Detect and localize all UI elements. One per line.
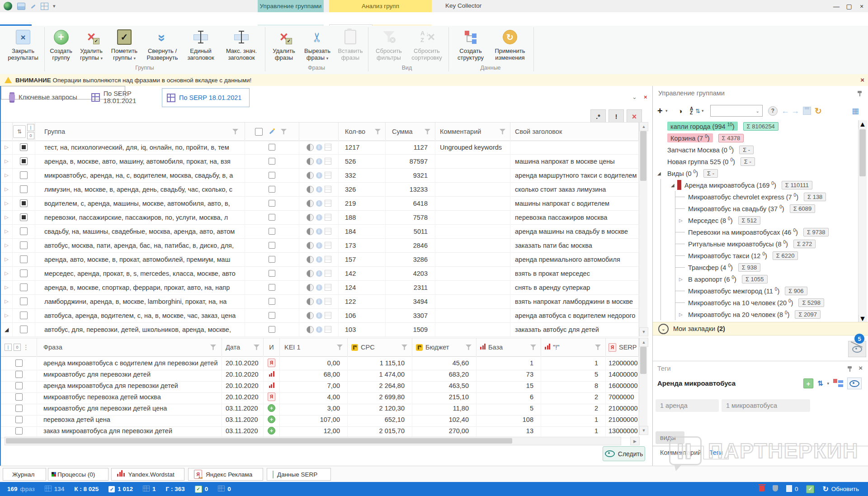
info-icon[interactable]: i xyxy=(316,256,322,263)
ribbon-button-13[interactable]: ↻ Применить изменения xyxy=(490,28,530,61)
info-icon[interactable]: i xyxy=(316,144,322,151)
trash-icon[interactable] xyxy=(759,486,764,493)
half-circle-icon[interactable] xyxy=(307,312,314,319)
filter-icon[interactable] xyxy=(425,129,430,134)
pin-icon[interactable] xyxy=(847,366,853,372)
sort-az-icon[interactable]: AZ xyxy=(690,107,693,115)
tree-item[interactable]: Ритуальные микроавтобусы (8 0) Σ 272 xyxy=(653,238,857,250)
tree-item[interactable]: Микроавтобус межгород (11 0) Σ 906 xyxy=(653,285,857,297)
select-all-checkbox[interactable] xyxy=(255,128,263,136)
group-row[interactable]: ▷ тест, на, психологический, для, iq, он… xyxy=(1,140,639,155)
row-expander-icon[interactable]: ▷ xyxy=(5,228,8,234)
row-select-checkbox[interactable] xyxy=(269,200,275,207)
row-select-checkbox[interactable] xyxy=(269,326,275,333)
tree-item[interactable]: Аренда микроавтобуса (169 0) Σ 110111 xyxy=(653,179,857,191)
note-icon[interactable] xyxy=(325,312,331,319)
tree-item-label[interactable]: Микроавтобус на 20 человек (8 0) xyxy=(688,310,789,318)
filter-icon[interactable] xyxy=(337,345,343,350)
column-header-budget[interactable]: Бюджет xyxy=(425,344,463,351)
doc-tab-1[interactable]: По SERP 18.01.2021 xyxy=(87,88,169,106)
page-icon[interactable] xyxy=(786,485,792,493)
row-select-checkbox[interactable] xyxy=(269,256,275,263)
filter-icon[interactable] xyxy=(281,129,287,134)
column-header-count[interactable]: Кол-во xyxy=(339,128,375,135)
row-select-checkbox[interactable] xyxy=(269,214,275,221)
info-icon[interactable]: i xyxy=(316,326,322,333)
horizontal-scrollbar[interactable] xyxy=(5,437,621,445)
tree-item[interactable]: Мерседес (8 0) Σ 512 xyxy=(653,214,857,226)
note-icon[interactable] xyxy=(325,270,331,277)
filter-icon[interactable] xyxy=(254,345,259,350)
tree-item[interactable]: Перевозки на микроавтобусах (46 0) Σ 973… xyxy=(653,226,857,238)
row-mark-checkbox[interactable] xyxy=(20,255,28,263)
column-header-custom-title[interactable]: Свой заголовок xyxy=(510,128,562,135)
tree-item-label[interactable]: Перевозки на микроавтобусах (46 0) xyxy=(688,228,798,236)
tree-item[interactable]: Микроавтобус на 20 человек (8 0) Σ 2097 xyxy=(653,308,857,320)
toggle-one-icon[interactable]: | xyxy=(27,124,34,131)
tree-item-label[interactable]: Запчасти Москва (0 0) xyxy=(667,146,734,154)
row-select-checkbox[interactable] xyxy=(269,270,275,277)
note-icon[interactable] xyxy=(325,186,331,193)
column-header-source[interactable]: И xyxy=(264,338,280,356)
close-button[interactable]: × xyxy=(855,0,868,12)
row-expander-icon[interactable]: ▷ xyxy=(5,284,8,290)
ribbon-button-12[interactable]: Создать структуру xyxy=(453,28,488,61)
info-icon[interactable]: i xyxy=(316,200,322,207)
row-expanded-icon[interactable]: ◢ xyxy=(5,326,9,333)
tree-item-label[interactable]: Корзина (7 0) xyxy=(667,133,713,142)
tab-list-chevron-icon[interactable]: ⌄ xyxy=(632,94,637,100)
note-icon[interactable] xyxy=(325,298,331,305)
ribbon-button-8[interactable]: ✂ Вырезать фразы ▾ xyxy=(301,28,334,62)
tab-close-icon[interactable]: × xyxy=(644,94,647,100)
row-mark-checkbox[interactable] xyxy=(20,227,28,235)
hide-eye-button[interactable] xyxy=(848,341,866,357)
save-icon[interactable] xyxy=(803,107,811,115)
group-row[interactable]: ▷ лимузин, на, москве, в, аренда, день, … xyxy=(1,182,639,197)
column-header-kei[interactable]: KEI 1 xyxy=(280,344,337,351)
scroll-up-icon[interactable]: ▲ xyxy=(639,122,648,131)
group-row[interactable]: ▷ автобуса, аренда, водителем, с, на, в,… xyxy=(1,308,639,323)
status-right-4[interactable]: ↻Обновить xyxy=(822,485,859,493)
note-icon[interactable] xyxy=(325,284,331,291)
tag-chip[interactable]: 1 микроавтобуса xyxy=(722,399,810,412)
row-expander-icon[interactable]: ▷ xyxy=(5,298,8,304)
row-expander-icon[interactable]: ▷ xyxy=(5,144,8,150)
row-select-checkbox[interactable] xyxy=(269,172,275,179)
doc-tab-2[interactable]: По SERP 18.01.2021 xyxy=(162,88,250,107)
ribbon-button-1[interactable]: + Создать группу xyxy=(47,28,75,61)
tree-scrollbar[interactable]: ▲ ▼ xyxy=(858,120,867,323)
info-icon[interactable]: i xyxy=(316,242,322,249)
row-mark-checkbox[interactable] xyxy=(20,269,28,277)
row-checkbox[interactable] xyxy=(15,405,23,412)
row-checkbox[interactable] xyxy=(15,359,23,367)
scroll-up-icon[interactable]: ▲ xyxy=(859,120,867,128)
add-tag-icon[interactable]: + xyxy=(803,378,813,388)
scroll-down-icon[interactable]: ▼ xyxy=(639,327,648,336)
tree-item[interactable]: Запчасти Москва (0 0) Σ - xyxy=(653,144,857,156)
ribbon-button-5[interactable]: Единый заголовок xyxy=(184,28,218,61)
half-circle-icon[interactable] xyxy=(307,228,314,235)
group-row[interactable]: ▷ перевозки, пассажирские, пассажиров, п… xyxy=(1,210,639,225)
note-icon[interactable] xyxy=(325,144,331,151)
doc-tab-0[interactable]: Ключевые запросы xyxy=(5,88,91,106)
half-circle-icon[interactable] xyxy=(307,186,314,193)
qat-more-icon[interactable]: ▾ xyxy=(53,3,56,9)
grid-icon[interactable] xyxy=(41,3,48,10)
note-icon[interactable] xyxy=(325,242,331,249)
tree-item[interactable]: Корзина (7 0) Σ 4378 xyxy=(653,132,857,144)
tree-item-label[interactable]: Новая группа 525 (0 0) xyxy=(667,157,735,165)
note-icon[interactable] xyxy=(325,158,331,165)
bottom-tab-2[interactable]: Yandex.Wordstat xyxy=(111,468,184,481)
filter-icon[interactable] xyxy=(375,129,381,134)
refresh-icon[interactable]: ↻ xyxy=(822,485,828,493)
row-expander-icon[interactable]: ▷ xyxy=(5,312,8,318)
column-header-group[interactable]: Группа xyxy=(35,128,232,135)
tree-item-label[interactable]: В аэропорт (6 0) xyxy=(688,275,736,283)
row-mark-checkbox[interactable] xyxy=(20,171,28,179)
filter-icon[interactable] xyxy=(232,129,238,134)
tab-Комментарий[interactable]: Комментарий xyxy=(655,446,707,459)
phrases-table-scrollbar[interactable]: ▲ ▼ xyxy=(639,338,647,435)
show-tags-eye-icon[interactable] xyxy=(847,378,862,389)
filter-icon[interactable] xyxy=(595,345,601,350)
layout-icon[interactable] xyxy=(833,379,843,388)
